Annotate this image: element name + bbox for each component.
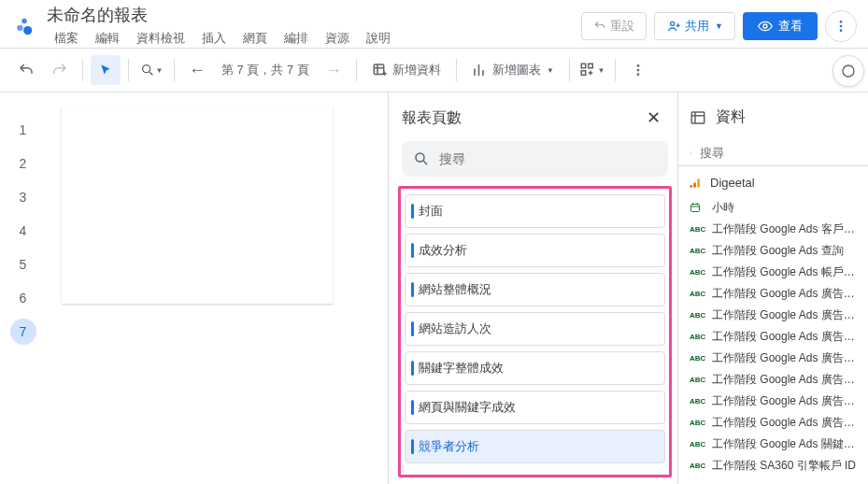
undo-icon: [18, 62, 35, 78]
help-fab[interactable]: [832, 55, 864, 87]
separator: [356, 59, 357, 81]
page-indicator: 第 7 頁，共 7 頁: [216, 62, 315, 78]
page-item[interactable]: 封面: [405, 194, 665, 228]
eye-icon: [758, 19, 773, 34]
toolbar: ▼ ← 第 7 頁，共 7 頁 → 新增資料 新增圖表 ▼ ▼: [0, 49, 868, 93]
field-item[interactable]: ABC工作階段 Google Ads 廣告活動 ID: [678, 305, 868, 326]
chevron-down-icon: ▼: [547, 66, 554, 75]
document-title[interactable]: 未命名的報表: [47, 4, 581, 26]
field-item[interactable]: ABC工作階段 Google Ads 廣告聯播網: [678, 412, 868, 434]
svg-point-6: [840, 24, 843, 27]
pages-search[interactable]: [402, 141, 668, 177]
field-item[interactable]: ABC工作階段 Google Ads 帳戶名稱: [678, 262, 868, 283]
svg-rect-9: [374, 64, 384, 75]
pages-search-input[interactable]: [439, 151, 657, 166]
page-thumbnails: 1234567: [0, 93, 47, 484]
page-thumb[interactable]: 2: [10, 150, 36, 177]
reset-button[interactable]: 重設: [581, 12, 647, 40]
menu-edit[interactable]: 編輯: [88, 28, 127, 49]
chart-icon: [472, 62, 489, 78]
separator: [615, 59, 616, 81]
field-item[interactable]: ABC工作階段 Google Ads 客戶 ID: [678, 219, 868, 240]
prev-page-button[interactable]: ←: [182, 55, 212, 85]
chevron-left-icon: ←: [189, 61, 206, 80]
more-button[interactable]: [825, 10, 857, 42]
page-thumb[interactable]: 1: [10, 117, 36, 143]
page-thumb[interactable]: 6: [10, 285, 36, 311]
field-item[interactable]: ABC工作階段 SA360 引擎帳戶 ID: [678, 455, 868, 477]
next-page-button[interactable]: →: [319, 55, 349, 85]
search-icon: [690, 147, 692, 160]
page-item[interactable]: 網頁與關鍵字成效: [405, 391, 665, 424]
blocks-icon: [579, 62, 596, 78]
menu-arrange[interactable]: 編排: [277, 28, 316, 49]
page-thumb[interactable]: 3: [10, 184, 36, 210]
field-list: 小時ABC工作階段 Google Ads 客戶 IDABC工作階段 Google…: [678, 195, 868, 478]
menu-help[interactable]: 說明: [359, 28, 398, 49]
separator: [128, 59, 129, 81]
overflow-toolbar-button[interactable]: [623, 55, 653, 85]
data-search-input[interactable]: [700, 146, 857, 160]
page-item[interactable]: 成效分析: [405, 234, 665, 267]
field-item[interactable]: ABC工作階段 Google Ads 廣告群組 ID: [678, 369, 868, 391]
page-thumb[interactable]: 4: [10, 218, 36, 244]
analytics-icon: [690, 177, 703, 190]
field-item[interactable]: ABC工作階段 Google Ads 廣告素材 ID: [678, 348, 868, 369]
field-item[interactable]: ABC工作階段 Google Ads 關鍵字文字: [678, 434, 868, 455]
page-item[interactable]: 關鍵字整體成效: [405, 351, 665, 385]
redo-button[interactable]: [45, 55, 75, 85]
more-vert-icon: [833, 19, 848, 34]
svg-rect-10: [582, 64, 587, 68]
share-button[interactable]: 共用 ▼: [654, 12, 735, 40]
page-thumb[interactable]: 7: [10, 319, 36, 345]
field-item[interactable]: ABC工作階段 Google Ads 廣告群組名: [678, 391, 868, 412]
page-thumb[interactable]: 5: [10, 251, 36, 278]
undo-button[interactable]: [11, 55, 41, 85]
add-chart-button[interactable]: 新增圖表 ▼: [464, 58, 562, 82]
more-vert-icon: [631, 63, 646, 78]
search-icon: [413, 150, 430, 167]
svg-point-8: [142, 65, 149, 73]
data-search[interactable]: [678, 140, 868, 166]
svg-rect-11: [589, 64, 593, 68]
page-item[interactable]: 競爭者分析: [405, 430, 665, 463]
menu-view[interactable]: 資料檢視: [129, 28, 192, 49]
view-button[interactable]: 查看: [743, 12, 818, 40]
abc-badge: ABC: [690, 333, 706, 341]
svg-rect-21: [693, 182, 696, 187]
field-item[interactable]: 小時: [678, 197, 868, 219]
page-item[interactable]: 網站造訪人次: [405, 312, 665, 346]
field-item[interactable]: ABC工作階段 Google Ads 查詢: [678, 240, 868, 262]
close-button[interactable]: ✕: [640, 107, 666, 128]
chevron-down-icon: ▼: [715, 21, 723, 31]
abc-badge: ABC: [690, 440, 706, 448]
datasource-name: Digeetal: [710, 176, 755, 190]
abc-badge: ABC: [690, 354, 706, 363]
data-icon: [690, 109, 706, 126]
title-area: 未命名的報表 檔案 編輯 資料檢視 插入 網頁 編排 資源 說明: [47, 4, 581, 49]
community-viz-button[interactable]: ▼: [577, 55, 607, 85]
abc-badge: ABC: [690, 268, 706, 277]
chevron-right-icon: →: [325, 61, 342, 80]
menu-file[interactable]: 檔案: [47, 28, 86, 49]
svg-point-3: [671, 21, 675, 25]
abc-badge: ABC: [690, 462, 706, 470]
zoom-tool[interactable]: ▼: [136, 55, 166, 85]
report-canvas-page[interactable]: [62, 107, 333, 304]
svg-point-13: [637, 64, 640, 67]
page-item[interactable]: 網站整體概況: [405, 273, 665, 306]
datasource-row[interactable]: Digeetal: [678, 166, 868, 195]
pages-panel-title: 報表頁數: [402, 108, 462, 128]
field-item[interactable]: ABC工作階段 Google Ads 廣告活動類: [678, 326, 868, 348]
selection-tool[interactable]: [91, 55, 121, 85]
separator: [456, 59, 457, 81]
add-data-button[interactable]: 新增資料: [364, 58, 448, 82]
field-item[interactable]: ABC工作階段 Google Ads 廣告活動: [678, 283, 868, 305]
svg-point-15: [637, 73, 640, 76]
close-icon: ✕: [647, 108, 661, 127]
canvas-area[interactable]: [47, 93, 388, 484]
menu-page[interactable]: 網頁: [235, 28, 275, 49]
menu-resource[interactable]: 資源: [318, 28, 357, 49]
abc-badge: ABC: [690, 225, 706, 234]
menu-insert[interactable]: 插入: [194, 28, 234, 49]
